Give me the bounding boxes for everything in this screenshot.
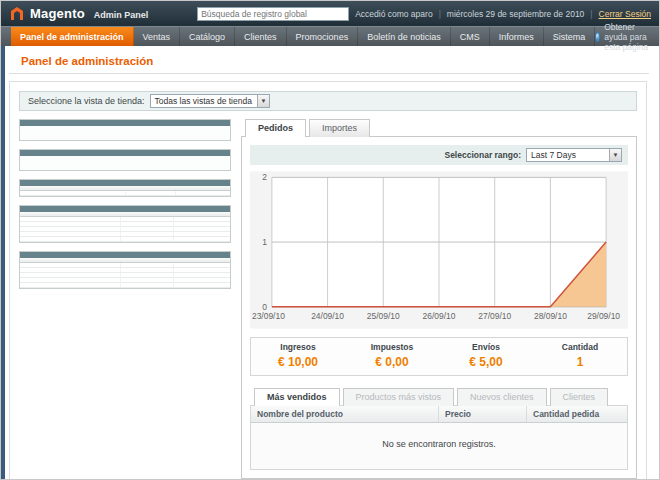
svg-text:1: 1: [262, 237, 267, 247]
stat-card-ciclo-de-ventas: [19, 119, 231, 141]
stats-row: Ingresos€ 10,00Impuestos€ 0,00Envíos€ 5,…: [250, 337, 628, 376]
range-label: Seleccionar rango:: [444, 150, 521, 160]
tab-nuevos-clientes: Nuevos clientes: [457, 388, 547, 406]
tab-m-s-vendidos[interactable]: Más vendidos: [254, 388, 340, 406]
table-block-ltimos-5-pedidos: [19, 179, 231, 197]
svg-text:24/09/10: 24/09/10: [311, 311, 344, 321]
svg-text:27/09/10: 27/09/10: [478, 311, 511, 321]
table-block-ltimos-5-t-rminos-buscados: [19, 205, 231, 243]
svg-text:2: 2: [262, 172, 267, 182]
store-view-select[interactable]: Todas las vistas de tienda ▼: [150, 94, 270, 108]
tab-clientes: Clientes: [550, 388, 609, 406]
stat-ingresos: Ingresos€ 10,00: [251, 342, 345, 370]
card-value: [20, 156, 230, 170]
dashboard-container: Seleccione la vista de tienda: Todas las…: [9, 81, 647, 480]
products-grid-header: Nombre del productoPrecioCantidad pedida: [251, 406, 627, 423]
nav-item-clientes[interactable]: Clientes: [235, 27, 287, 46]
products-column-precio: Precio: [439, 406, 527, 422]
nav-item-cat-logo[interactable]: Catálogo: [180, 27, 235, 46]
table-block-los-5-t-rminos-de-b-squeda-m-s-importantes: [19, 251, 231, 289]
main-nav: Panel de administraciónVentasCatálogoCli…: [1, 26, 659, 46]
current-date: miércoles 29 de septiembre de 2010: [447, 9, 585, 19]
tab-productos-m-s-vistos: Productos más vistos: [343, 388, 455, 406]
dashboard-columns: PedidosImportes Seleccionar rango: Last …: [19, 119, 637, 479]
svg-text:28/09/10: 28/09/10: [534, 311, 567, 321]
stat-label: Cantidad: [533, 342, 627, 352]
table-cell: [20, 283, 121, 288]
grids-tabs: Más vendidosProductos más vistosNuevos c…: [250, 388, 628, 405]
svg-text:29/09/10: 29/09/10: [587, 311, 620, 321]
content-area: Panel de administración Seleccione la vi…: [1, 46, 659, 480]
logged-in-as: Accedió como aparo: [355, 9, 433, 19]
chevron-down-icon: ▼: [609, 149, 621, 161]
help-label: Obtener ayuda para esta página: [604, 22, 649, 52]
products-column-cantidad-pedida: Cantidad pedida: [527, 406, 627, 422]
magento-logo: Magento Admin Panel: [9, 6, 148, 22]
sales-snapshot-column: [19, 119, 231, 479]
range-bar: Seleccionar rango: Last 7 Days ▼: [250, 145, 628, 165]
table-cell: [173, 283, 230, 288]
stat-label: Ingresos: [251, 342, 345, 352]
app-header: Magento Admin Panel Accedió como aparo |…: [1, 1, 659, 26]
brand-suffix: Admin Panel: [94, 10, 149, 20]
tab-pedidos[interactable]: Pedidos: [245, 119, 306, 137]
stat-label: Envíos: [439, 342, 533, 352]
stat-value: € 10,00: [278, 355, 318, 369]
svg-text:23/09/10: 23/09/10: [252, 311, 285, 321]
table-cell: [173, 237, 230, 242]
help-globe-icon: [595, 32, 600, 42]
global-search-input[interactable]: [197, 7, 349, 21]
nav-item-panel-de-administraci-n[interactable]: Panel de administración: [11, 27, 134, 46]
table-cell: [175, 191, 230, 196]
header-right: Accedió como aparo | miércoles 29 de sep…: [197, 7, 651, 21]
table-cell: [20, 237, 121, 242]
range-select[interactable]: Last 7 Days ▼: [526, 148, 622, 162]
stat-card-promedio-de-importe-de-pedidos: [19, 149, 231, 171]
chevron-down-icon: ▼: [257, 95, 269, 107]
table-row[interactable]: [20, 283, 230, 288]
page-title: Panel de administración: [21, 55, 659, 67]
nav-item-ventas[interactable]: Ventas: [134, 27, 181, 46]
help-link[interactable]: Obtener ayuda para esta página: [595, 27, 649, 46]
title-divider: [9, 73, 649, 74]
stat-value: € 0,00: [375, 355, 408, 369]
range-selected: Last 7 Days: [531, 150, 576, 160]
table-cell: [121, 283, 174, 288]
chart-tabs: PedidosImportes: [241, 119, 637, 136]
stat-value: € 5,00: [469, 355, 502, 369]
table-cell: [125, 191, 175, 196]
stat-impuestos: Impuestos€ 0,00: [345, 342, 439, 370]
stat-cantidad: Cantidad1: [533, 342, 627, 370]
svg-text:25/09/10: 25/09/10: [367, 311, 400, 321]
chart-panel: Seleccionar rango: Last 7 Days ▼ 01223/0…: [241, 136, 637, 479]
nav-item-cms[interactable]: CMS: [451, 27, 490, 46]
svg-text:26/09/10: 26/09/10: [423, 311, 456, 321]
stat-env-os: Envíos€ 5,00: [439, 342, 533, 370]
table-cell: [20, 191, 125, 196]
nav-item-sistema[interactable]: Sistema: [544, 27, 596, 46]
products-column-nombre-del-producto: Nombre del producto: [251, 406, 439, 422]
table-row[interactable]: [20, 237, 230, 242]
card-value: [20, 126, 230, 140]
logout-link[interactable]: Cerrar Sesión: [599, 9, 651, 19]
table-cell: [121, 237, 174, 242]
brand-name: Magento: [30, 6, 85, 21]
nav-item-bolet-n-de-noticias[interactable]: Boletín de noticias: [358, 27, 451, 46]
magento-logo-icon: [9, 6, 25, 22]
table-row[interactable]: [20, 191, 230, 196]
nav-item-promociones[interactable]: Promociones: [287, 27, 359, 46]
tab-importes[interactable]: Importes: [309, 119, 370, 137]
header-separator: |: [439, 9, 441, 19]
orders-chart: 01223/09/1024/09/1025/09/1026/09/1027/09…: [250, 171, 628, 329]
store-view-label: Seleccione la vista de tienda:: [28, 96, 145, 106]
header-separator: |: [590, 9, 592, 19]
chart-column: PedidosImportes Seleccionar rango: Last …: [241, 119, 637, 479]
nav-item-informes[interactable]: Informes: [490, 27, 544, 46]
stat-label: Impuestos: [345, 342, 439, 352]
empty-grid-message: No se encontraron registros.: [251, 423, 627, 469]
products-grid: Nombre del productoPrecioCantidad pedida…: [250, 405, 628, 470]
store-view-bar: Seleccione la vista de tienda: Todas las…: [19, 91, 637, 111]
store-view-selected: Todas las vistas de tienda: [155, 96, 252, 106]
stat-value: 1: [577, 355, 584, 369]
